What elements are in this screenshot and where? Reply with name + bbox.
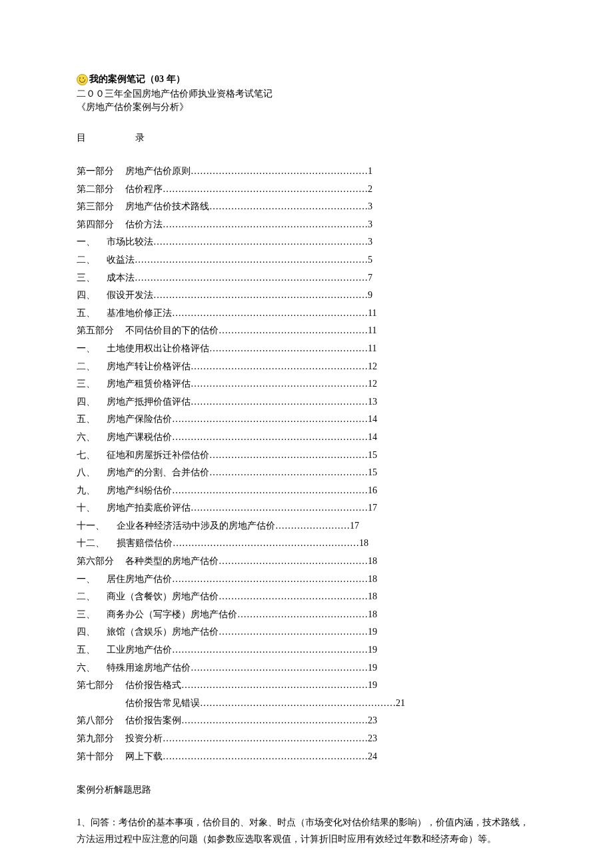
- toc-page: 14: [368, 411, 377, 429]
- toc-text: 房地产租赁价格评估: [107, 375, 191, 393]
- toc-dots: ……………………………………………………: [181, 712, 368, 730]
- toc-dots: …………………………………………………: [191, 499, 368, 517]
- toc-page: 18: [368, 588, 377, 606]
- toc-dots: ………………………………………………………: [172, 429, 368, 447]
- toc-label: 四、: [77, 623, 107, 641]
- toc-page: 11: [368, 305, 376, 323]
- toc-row: 五、工业房地产估价………………………………………………………19: [77, 641, 536, 659]
- toc-row: 十二、损害赔偿估价……………………………………………………18: [77, 535, 536, 553]
- toc-text: 房地产课税估价: [107, 429, 172, 447]
- toc-label: 一、: [77, 571, 107, 589]
- toc-row: 七、征地和房屋拆迁补偿估价……………………………………………15: [77, 447, 536, 465]
- toc-label: 第三部分: [77, 198, 125, 216]
- toc-page: 21: [396, 695, 405, 713]
- toc-text: 估价报告格式: [125, 677, 181, 695]
- toc-page: 12: [368, 375, 377, 393]
- smiley-icon: [77, 74, 88, 85]
- toc-label: 六、: [77, 659, 107, 677]
- toc-page: 5: [368, 251, 372, 269]
- toc-page: 19: [368, 641, 377, 659]
- toc-row: 第二部分估价程序…………………………………………………………2: [77, 181, 536, 199]
- toc-row: 二、收益法…………………………………………………………………5: [77, 251, 536, 269]
- toc-heading-lu: 录: [135, 132, 145, 144]
- toc-text: 工业房地产估价: [107, 641, 172, 659]
- toc-label: 三、: [77, 375, 107, 393]
- toc-text: 企业各种经济活动中涉及的房地产估价: [117, 517, 275, 535]
- toc-label: 二、: [77, 588, 107, 606]
- toc-label: 第四部分: [77, 216, 125, 234]
- toc-row: 三、商务办公（写字楼）房地产估价……………………………………18: [77, 606, 536, 624]
- toc-text: 成本法: [107, 269, 135, 287]
- toc-row: 第七部分估价报告格式……………………………………………………19: [77, 677, 536, 695]
- toc-dots: …………………………………………………: [191, 358, 368, 376]
- toc-text: 房地产纠纷估价: [107, 482, 172, 500]
- toc-row: 四、旅馆（含娱乐）房地产估价…………………………………………19: [77, 623, 536, 641]
- toc-text: 市场比较法: [107, 233, 153, 251]
- toc-page: 18: [359, 535, 368, 553]
- toc-row: 五、房地产保险估价………………………………………………………14: [77, 411, 536, 429]
- toc-page: 3: [368, 216, 372, 234]
- toc-row: 第八部分估价报告案例……………………………………………………23: [77, 712, 536, 730]
- toc-dots: …………………………………………………………: [163, 181, 368, 199]
- toc-label: 二、: [77, 358, 107, 376]
- toc-row: 六、房地产课税估价………………………………………………………14: [77, 429, 536, 447]
- toc-text: 各种类型的房地产估价: [125, 553, 219, 571]
- toc-text: 居住房地产估价: [107, 571, 172, 589]
- toc-page: 11: [368, 340, 376, 358]
- toc-label: 四、: [77, 287, 107, 305]
- toc-dots: …………………………………………: [219, 322, 368, 340]
- toc-row: 一、居住房地产估价………………………………………………………18: [77, 571, 536, 589]
- toc-dots: ……………………………………………: [209, 340, 368, 358]
- toc-page: 19: [368, 623, 377, 641]
- toc-text: 征地和房屋拆迁补偿估价: [107, 447, 209, 465]
- toc-label: 十二、: [77, 535, 117, 553]
- toc-text: 房地产抵押价值评估: [107, 393, 191, 411]
- toc-row: 二、房地产转让价格评估…………………………………………………12: [77, 358, 536, 376]
- toc-label: 十一、: [77, 517, 117, 535]
- toc-page: 3: [368, 198, 372, 216]
- toc-dots: ……………………………………………………: [173, 535, 359, 553]
- toc-dots: ……………………………………………………: [181, 677, 368, 695]
- toc-row: 四、房地产抵押价值评估…………………………………………………13: [77, 393, 536, 411]
- toc-text: 损害赔偿估价: [117, 535, 173, 553]
- toc-row: 第一部分房地产估价原则…………………………………………………1: [77, 163, 536, 181]
- toc-label: 第七部分: [77, 677, 125, 695]
- toc-row: 五、基准地价修正法………………………………………………………11: [77, 305, 536, 323]
- toc-label: 第五部分: [77, 322, 125, 340]
- toc-page: 23: [368, 712, 377, 730]
- toc-text: 旅馆（含娱乐）房地产估价: [107, 623, 219, 641]
- toc-dots: ………………………………………………………: [172, 305, 368, 323]
- toc-row: 二、商业（含餐饮）房地产估价…………………………………………18: [77, 588, 536, 606]
- toc-page: 18: [368, 606, 377, 624]
- toc-text: 房地产的分割、合并估价: [107, 464, 209, 482]
- toc-label: 五、: [77, 305, 107, 323]
- toc-dots: ……………………………………………: [209, 198, 368, 216]
- toc-label: 第一部分: [77, 163, 125, 181]
- page-title: 我的案例笔记（03 年）: [89, 73, 185, 85]
- toc-dots: ……………………………………………………………: [153, 233, 368, 251]
- toc-page: 18: [368, 553, 377, 571]
- toc-label: 八、: [77, 464, 107, 482]
- toc-text: 基准地价修正法: [107, 305, 172, 323]
- toc-text: 不同估价目的下的估价: [125, 322, 219, 340]
- table-of-contents: 第一部分房地产估价原则…………………………………………………1第二部分估价程序……: [77, 163, 536, 765]
- toc-dots: …………………………………………………………: [163, 216, 368, 234]
- toc-page: 18: [368, 571, 377, 589]
- toc-label: 七、: [77, 447, 107, 465]
- toc-row: 第三部分房地产估价技术路线……………………………………………3: [77, 198, 536, 216]
- toc-page: 1: [368, 163, 372, 181]
- toc-dots: …………………………………………………: [191, 393, 368, 411]
- toc-row: 第九部分投资分析…………………………………………………………23: [77, 730, 536, 748]
- toc-text: 特殊用途房地产估价: [107, 659, 191, 677]
- toc-row: 十一、企业各种经济活动中涉及的房地产估价……………………17: [77, 517, 536, 535]
- toc-text: 房地产估价技术路线: [125, 198, 209, 216]
- toc-text: 商务办公（写字楼）房地产估价: [107, 606, 237, 624]
- toc-text: 商业（含餐饮）房地产估价: [107, 588, 219, 606]
- toc-row: 八、房地产的分割、合并估价……………………………………………15: [77, 464, 536, 482]
- toc-dots: ………………………………………………………: [172, 571, 368, 589]
- toc-row: 第六部分各种类型的房地产估价…………………………………………18: [77, 553, 536, 571]
- toc-label: 第八部分: [77, 712, 125, 730]
- toc-page: 9: [368, 287, 372, 305]
- toc-page: 7: [368, 269, 372, 287]
- toc-text: 房地产转让价格评估: [107, 358, 191, 376]
